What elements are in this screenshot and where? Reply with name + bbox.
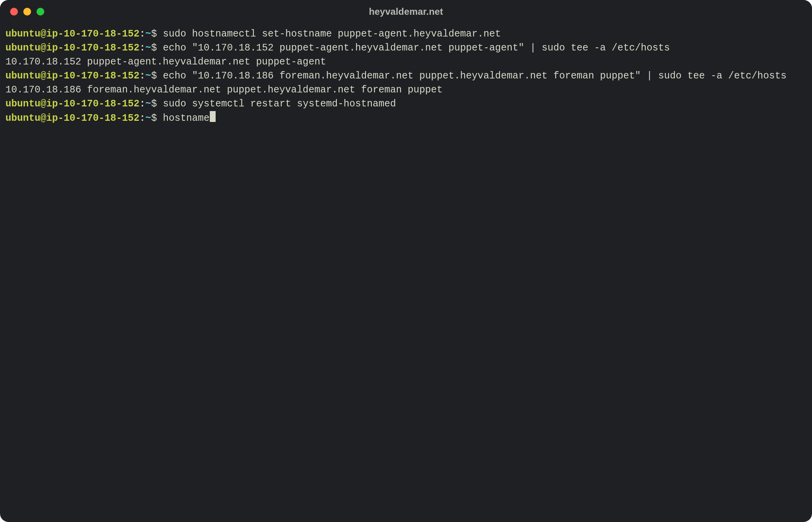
terminal-body[interactable]: ubuntu@ip-10-170-18-152:~$ sudo hostname… [0,23,812,522]
window-title: heyvaldemar.net [0,6,812,17]
prompt-path: ~ [145,28,151,40]
terminal-output-line: 10.170.18.186 foreman.heyvaldemar.net pu… [5,84,443,96]
minimize-icon[interactable] [23,8,31,16]
zoom-icon[interactable] [37,8,44,16]
terminal-prompt-line: ubuntu@ip-10-170-18-152:~$ echo "10.170.… [5,42,670,54]
prompt-user-host: ubuntu@ip-10-170-18-152 [5,113,139,124]
prompt-colon: : [139,70,145,82]
prompt-symbol: $ [151,42,157,54]
traffic-lights [0,8,44,16]
terminal-window: heyvaldemar.net ubuntu@ip-10-170-18-152:… [0,0,812,522]
prompt-user-host: ubuntu@ip-10-170-18-152 [5,98,139,110]
prompt-colon: : [139,28,145,40]
prompt-colon: : [139,113,145,124]
prompt-path: ~ [145,42,151,54]
prompt-symbol: $ [151,70,157,82]
terminal-prompt-line: ubuntu@ip-10-170-18-152:~$ sudo systemct… [5,98,396,110]
terminal-prompt-line: ubuntu@ip-10-170-18-152:~$ sudo hostname… [5,28,501,40]
prompt-path: ~ [145,113,151,124]
prompt-symbol: $ [151,28,157,40]
prompt-user-host: ubuntu@ip-10-170-18-152 [5,28,139,40]
terminal-prompt-line: ubuntu@ip-10-170-18-152:~$ hostname [5,113,216,124]
cursor-icon [210,111,216,122]
window-titlebar[interactable]: heyvaldemar.net [0,0,812,23]
terminal-command: echo "10.170.18.186 foreman.heyvaldemar.… [163,70,786,82]
prompt-path: ~ [145,70,151,82]
prompt-colon: : [139,98,145,110]
prompt-symbol: $ [151,113,157,124]
terminal-command: sudo hostnamectl set-hostname puppet-age… [163,28,501,40]
terminal-output: 10.170.18.152 puppet-agent.heyvaldemar.n… [5,56,326,68]
terminal-command: sudo systemctl restart systemd-hostnamed [163,98,396,110]
prompt-user-host: ubuntu@ip-10-170-18-152 [5,42,139,54]
prompt-colon: : [139,42,145,54]
terminal-command: hostname [163,113,209,124]
terminal-prompt-line: ubuntu@ip-10-170-18-152:~$ echo "10.170.… [5,70,786,82]
terminal-output-line: 10.170.18.152 puppet-agent.heyvaldemar.n… [5,56,326,68]
terminal-output: 10.170.18.186 foreman.heyvaldemar.net pu… [5,84,443,96]
prompt-user-host: ubuntu@ip-10-170-18-152 [5,70,139,82]
prompt-path: ~ [145,98,151,110]
terminal-command: echo "10.170.18.152 puppet-agent.heyvald… [163,42,670,54]
prompt-symbol: $ [151,98,157,110]
close-icon[interactable] [10,8,18,16]
